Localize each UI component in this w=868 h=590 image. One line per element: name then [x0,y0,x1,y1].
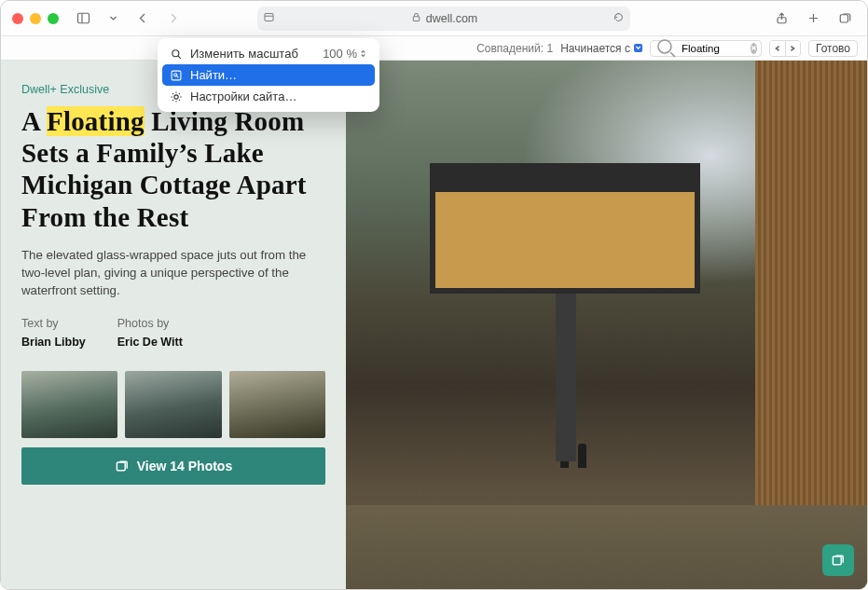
find-search-field[interactable] [650,40,762,57]
page-settings-menu: Изменить масштаб 100 % Найти… Настройки … [158,38,379,112]
hero-image[interactable] [346,61,867,589]
photos-by-label: Photos by [117,317,183,330]
search-icon [654,36,678,60]
chevron-down-icon [634,44,642,52]
browser-toolbar: dwell.com [1,1,867,36]
find-search-input[interactable] [682,43,747,54]
sidebar-toggle-button[interactable] [72,8,94,29]
minimize-window-button[interactable] [30,13,41,24]
svg-rect-8 [840,15,847,22]
expand-gallery-button[interactable] [822,544,854,576]
svg-line-17 [177,75,179,77]
thumbnail[interactable] [21,371,117,438]
find-mode-selector[interactable]: Начинается с [560,42,642,55]
forward-button[interactable] [161,8,184,29]
find-done-button[interactable]: Готово [808,40,858,57]
text-by-label: Text by [21,317,86,330]
zoom-icon [170,48,183,61]
article-headline: A Floating Living Room Sets a Family’s L… [21,105,325,233]
gallery-icon [831,553,846,568]
article-panel: Dwell+ Exclusive A Floating Living Room … [1,61,346,589]
web-page-content: Dwell+ Exclusive A Floating Living Room … [1,61,867,589]
clear-search-button[interactable] [751,43,757,54]
new-tab-button[interactable] [802,8,824,29]
article-lede: The elevated glass-wrapped space juts ou… [21,246,325,300]
address-bar[interactable]: dwell.com [257,7,630,31]
menu-item-zoom[interactable]: Изменить масштаб 100 % [162,43,375,64]
stepper-icon [359,49,367,58]
lock-icon [410,11,422,26]
share-button[interactable] [770,8,792,29]
menu-item-site-settings[interactable]: Настройки сайта… [162,86,375,107]
address-bar-host: dwell.com [426,12,478,25]
svg-line-14 [178,56,181,59]
thumbnail[interactable] [125,371,221,438]
zoom-value[interactable]: 100 % [323,47,367,61]
svg-point-9 [658,40,671,53]
svg-rect-2 [265,13,273,21]
photos-by-author[interactable]: Eric De Witt [117,336,183,349]
gallery-icon [115,459,130,473]
page-settings-icon[interactable] [263,11,275,26]
find-matches-label: Совпадений: 1 [476,42,553,55]
reload-button[interactable] [613,11,625,26]
find-stepper [769,40,801,57]
svg-point-13 [172,49,179,56]
find-bar: Совпадений: 1 Начинается с Готово [1,36,867,61]
window-controls [12,13,59,24]
find-icon [170,69,183,82]
tab-overview-chevron[interactable] [102,8,124,29]
photo-thumbnails [21,371,325,438]
find-next-button[interactable] [785,41,800,56]
zoom-window-button[interactable] [48,13,59,24]
text-by-author[interactable]: Brian Libby [21,336,86,349]
svg-rect-4 [413,16,420,21]
svg-line-10 [670,52,675,57]
back-button[interactable] [131,8,154,29]
gear-icon [170,90,183,103]
tab-overview-button[interactable] [834,8,856,29]
svg-rect-20 [833,556,841,565]
svg-point-16 [174,73,177,75]
thumbnail[interactable] [229,371,325,438]
find-prev-button[interactable] [770,41,785,56]
article-credits: Text by Brian Libby Photos by Eric De Wi… [21,317,325,349]
find-highlight: Floating [47,106,145,136]
view-photos-button[interactable]: View 14 Photos [21,447,325,485]
menu-item-find[interactable]: Найти… [162,64,375,86]
svg-rect-19 [117,462,125,471]
close-window-button[interactable] [12,13,23,24]
svg-rect-0 [77,13,89,23]
svg-point-18 [174,94,178,98]
